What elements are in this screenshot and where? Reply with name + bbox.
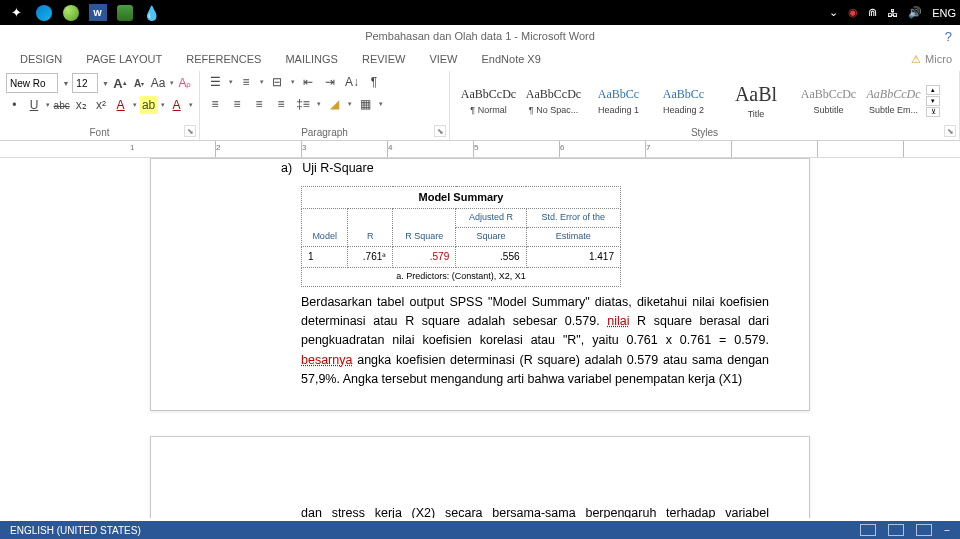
- align-right-button[interactable]: ≡: [250, 95, 268, 113]
- ribbon: New Ro▼ 12▼ A▴ A▾ Aa▾ Aᵨ • U▾ abc x₂ x² …: [0, 71, 960, 141]
- tray-security-icon[interactable]: ◉: [848, 6, 858, 19]
- tray-language[interactable]: ENG: [932, 7, 956, 19]
- cell-se: 1.417: [526, 247, 620, 268]
- clear-formatting-button[interactable]: Aᵨ: [177, 74, 193, 92]
- col-rsquare: R Square: [393, 209, 456, 247]
- shrink-font-button[interactable]: A▾: [131, 74, 147, 92]
- style-subtle-emphasis[interactable]: AaBbCcDcSubtle Em...: [861, 73, 926, 128]
- underline-button[interactable]: U: [26, 96, 43, 114]
- styles-dialog-launcher[interactable]: ⬊: [944, 125, 956, 137]
- borders-button[interactable]: ▦: [356, 95, 374, 113]
- view-print-layout[interactable]: [888, 524, 904, 536]
- col-se-1: Std. Error of the: [526, 209, 620, 228]
- status-language[interactable]: ENGLISH (UNITED STATES): [10, 525, 141, 536]
- col-se-2: Estimate: [526, 228, 620, 247]
- styles-scroll-up[interactable]: ▴: [926, 85, 940, 95]
- styles-scroll-down[interactable]: ▾: [926, 96, 940, 106]
- sort-button[interactable]: A↓: [343, 73, 361, 91]
- ribbon-font-group: New Ro▼ 12▼ A▴ A▾ Aa▾ Aᵨ • U▾ abc x₂ x² …: [0, 71, 200, 140]
- subscript-button[interactable]: x₂: [73, 96, 90, 114]
- style-heading-1[interactable]: AaBbCcHeading 1: [586, 73, 651, 128]
- style-no-spacing[interactable]: AaBbCcDc¶ No Spac...: [521, 73, 586, 128]
- status-bar: ENGLISH (UNITED STATES) −: [0, 521, 960, 539]
- numbering-button[interactable]: ≡: [237, 73, 255, 91]
- document-area[interactable]: a) Uji R-Square Model Summary Model R R …: [0, 158, 960, 518]
- warning-icon: ⚠: [911, 53, 921, 66]
- cell-adjr: .556: [456, 247, 526, 268]
- paragraph-2: dan stress kerja (X2) secara bersama-sam…: [301, 504, 769, 518]
- multilevel-button[interactable]: ⊟: [268, 73, 286, 91]
- zoom-out-button[interactable]: −: [944, 525, 950, 536]
- window-title: Pembahasan dan Olah data 1 - Microsoft W…: [365, 30, 595, 42]
- taskbar-word[interactable]: W: [85, 3, 110, 23]
- view-web-layout[interactable]: [916, 524, 932, 536]
- grow-font-button[interactable]: A▴: [112, 74, 128, 92]
- col-r: R: [348, 209, 393, 247]
- taskbar-app-drop[interactable]: 💧: [139, 3, 164, 23]
- document-page-1: a) Uji R-Square Model Summary Model R R …: [150, 158, 810, 411]
- style-title[interactable]: AaBlTitle: [716, 73, 796, 128]
- view-read-mode[interactable]: [860, 524, 876, 536]
- os-taskbar: ✦ W 💧 ⌄ ◉ ⋒ 🖧 🔊 ENG: [0, 0, 960, 25]
- style-normal[interactable]: AaBbCcDc¶ Normal: [456, 73, 521, 128]
- table-title: Model Summary: [302, 187, 621, 209]
- taskbar-idm[interactable]: [112, 3, 137, 23]
- tab-references[interactable]: REFERENCES: [174, 53, 273, 65]
- change-case-button[interactable]: Aa: [150, 74, 166, 92]
- table-footnote: a. Predictors: (Constant), X2, X1: [302, 267, 621, 286]
- tray-wifi-icon[interactable]: ⋒: [868, 6, 877, 19]
- paragraph-1: Berdasarkan tabel output SPSS "Model Sum…: [301, 293, 769, 390]
- ribbon-tabs: DESIGN PAGE LAYOUT REFERENCES MAILINGS R…: [0, 47, 960, 71]
- cell-model: 1: [302, 247, 348, 268]
- tray-network-icon[interactable]: 🖧: [887, 7, 898, 19]
- cell-r: .761ᵃ: [348, 247, 393, 268]
- tab-view[interactable]: VIEW: [417, 53, 469, 65]
- spss-model-summary-table: Model Summary Model R R Square Adjusted …: [301, 186, 621, 286]
- increase-indent-button[interactable]: ⇥: [321, 73, 339, 91]
- tab-design[interactable]: DESIGN: [8, 53, 74, 65]
- text-effects-button[interactable]: •: [6, 96, 23, 114]
- superscript-button[interactable]: x²: [93, 96, 110, 114]
- tray-chevron-icon[interactable]: ⌄: [829, 6, 838, 19]
- decrease-indent-button[interactable]: ⇤: [299, 73, 317, 91]
- font-name-combo[interactable]: New Ro: [6, 73, 58, 93]
- horizontal-ruler[interactable]: 1 2 3 4 5 6 7: [0, 141, 960, 158]
- section-letter: a): [281, 159, 292, 178]
- line-spacing-button[interactable]: ‡≡: [294, 95, 312, 113]
- tab-endnote[interactable]: EndNote X9: [470, 53, 553, 65]
- font-color-2-button[interactable]: A: [168, 96, 185, 114]
- show-marks-button[interactable]: ¶: [365, 73, 383, 91]
- font-color-button[interactable]: A: [112, 96, 129, 114]
- paragraph-dialog-launcher[interactable]: ⬊: [434, 125, 446, 137]
- ribbon-styles-group: AaBbCcDc¶ Normal AaBbCcDc¶ No Spac... Aa…: [450, 71, 960, 140]
- warning-label[interactable]: Micro: [925, 53, 952, 65]
- taskbar-edge[interactable]: [31, 3, 56, 23]
- taskbar-app-1[interactable]: ✦: [4, 3, 29, 23]
- styles-group-label: Styles: [450, 127, 959, 138]
- tab-page-layout[interactable]: PAGE LAYOUT: [74, 53, 174, 65]
- document-page-2: dan stress kerja (X2) secara bersama-sam…: [150, 436, 810, 518]
- font-size-combo[interactable]: 12: [72, 73, 98, 93]
- highlight-button[interactable]: ab: [140, 96, 157, 114]
- col-model: Model: [302, 209, 348, 247]
- styles-expand[interactable]: ⊻: [926, 107, 940, 117]
- shading-button[interactable]: ◢: [325, 95, 343, 113]
- align-center-button[interactable]: ≡: [228, 95, 246, 113]
- bullets-button[interactable]: ☰: [206, 73, 224, 91]
- align-left-button[interactable]: ≡: [206, 95, 224, 113]
- style-subtitle[interactable]: AaBbCcDcSubtitle: [796, 73, 861, 128]
- tab-review[interactable]: REVIEW: [350, 53, 417, 65]
- taskbar-app-green[interactable]: [58, 3, 83, 23]
- section-title: Uji R-Square: [302, 159, 374, 178]
- style-heading-2[interactable]: AaBbCcHeading 2: [651, 73, 716, 128]
- cell-rsquare: .579: [393, 247, 456, 268]
- window-titlebar: Pembahasan dan Olah data 1 - Microsoft W…: [0, 25, 960, 47]
- font-group-label: Font: [0, 127, 199, 138]
- tray-volume-icon[interactable]: 🔊: [908, 6, 922, 19]
- strikethrough-button[interactable]: abc: [53, 96, 70, 114]
- help-icon[interactable]: ?: [945, 29, 952, 44]
- font-dialog-launcher[interactable]: ⬊: [184, 125, 196, 137]
- tab-mailings[interactable]: MAILINGS: [273, 53, 350, 65]
- ribbon-paragraph-group: ☰▾ ≡▾ ⊟▾ ⇤ ⇥ A↓ ¶ ≡ ≡ ≡ ≡ ‡≡▾ ◢▾ ▦▾ Para…: [200, 71, 450, 140]
- justify-button[interactable]: ≡: [272, 95, 290, 113]
